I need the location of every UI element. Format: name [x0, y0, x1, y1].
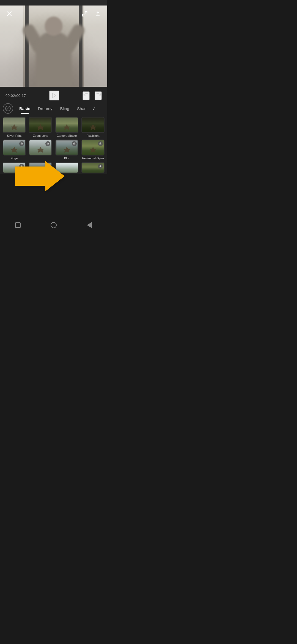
nav-home-button[interactable]: [50, 221, 57, 229]
effect-row2-b[interactable]: [28, 139, 53, 160]
stop-icon: [15, 222, 21, 228]
effect-label-flashlight: Flashlight: [87, 134, 100, 137]
confirm-check[interactable]: ✓: [92, 105, 96, 111]
tab-basic[interactable]: Basic: [15, 104, 34, 113]
nav-back-button[interactable]: [86, 221, 93, 229]
person-body: [36, 32, 72, 87]
effect-thumb-row3-b: [29, 162, 52, 173]
effect-flashlight[interactable]: Flashlight: [81, 116, 106, 138]
share-button[interactable]: [93, 9, 103, 19]
effect-thumb-zoom-lens: [29, 117, 52, 133]
category-tabs: Basic Dreamy Bling Shad ✓: [0, 103, 107, 114]
download-badge-blur: [72, 141, 77, 146]
svg-marker-6: [53, 93, 56, 98]
effect-thumb-row3-a: [3, 162, 26, 173]
effect-thumb-blur: [55, 140, 78, 155]
download-badge-row3-a: [19, 164, 24, 169]
controls-panel: 00:02/00:17: [0, 87, 107, 174]
playback-row: 00:02/00:17: [0, 87, 107, 103]
effect-row3-b[interactable]: [28, 162, 53, 174]
effect-row3-c[interactable]: [54, 162, 79, 174]
timecode: 00:02/00:17: [6, 94, 26, 98]
download-badge-edge: [19, 141, 24, 146]
back-icon: [87, 222, 92, 228]
effect-silver-print[interactable]: Silver Print: [2, 116, 27, 138]
bottom-nav: [0, 218, 107, 232]
play-button[interactable]: [49, 91, 59, 100]
person-figure: [23, 15, 84, 87]
effect-label-silver-print: Silver Print: [7, 134, 21, 137]
effect-thumb-row3-d: [81, 162, 105, 173]
tab-bling[interactable]: Bling: [56, 104, 73, 113]
effect-camera-shake[interactable]: Camera Shake: [54, 116, 79, 138]
nav-stop-button[interactable]: [14, 221, 22, 229]
no-effect-icon: [5, 106, 11, 111]
effect-row3-d[interactable]: [81, 162, 106, 174]
effects-grid: Silver Print Zoom Lens Camera Shake Flas…: [0, 114, 107, 174]
effect-label-zoom-lens: Zoom Lens: [33, 134, 48, 137]
effect-thumb-horizontal-open: [81, 140, 105, 155]
undo-redo-controls: [82, 91, 102, 100]
effect-row3-a[interactable]: [2, 162, 27, 174]
close-button[interactable]: [4, 9, 14, 19]
effect-thumb-edge: [3, 140, 26, 155]
expand-button[interactable]: [80, 9, 90, 19]
effect-label-horizontal-open: Horizontal Open: [82, 157, 104, 160]
effect-horizontal-open[interactable]: Horizontal Open: [81, 139, 106, 160]
effect-thumb-row3-c: [55, 162, 78, 173]
effect-thumb-camera-shake: [55, 117, 78, 133]
toolbar-right: [80, 9, 103, 19]
tab-dreamy[interactable]: Dreamy: [34, 104, 56, 113]
undo-button[interactable]: [82, 91, 90, 100]
effect-thumb-silver-print: [3, 117, 26, 133]
effect-edge[interactable]: Edge: [2, 139, 27, 160]
home-icon: [51, 222, 57, 228]
effect-thumb-row2-b: [29, 140, 52, 155]
playback-center: [49, 91, 59, 100]
no-effect-button[interactable]: [3, 103, 13, 114]
video-preview: [0, 6, 107, 87]
effect-blur[interactable]: Blur: [54, 139, 79, 160]
effect-zoom-lens[interactable]: Zoom Lens: [28, 116, 53, 138]
video-toolbar: [0, 6, 107, 22]
effect-thumb-flashlight: [81, 117, 105, 133]
effect-label-blur: Blur: [64, 157, 70, 160]
redo-button[interactable]: [95, 91, 102, 100]
status-bar: [0, 0, 107, 6]
effect-label-camera-shake: Camera Shake: [57, 134, 77, 137]
effect-label-edge: Edge: [11, 157, 18, 160]
tab-shad[interactable]: Shad: [73, 104, 90, 113]
